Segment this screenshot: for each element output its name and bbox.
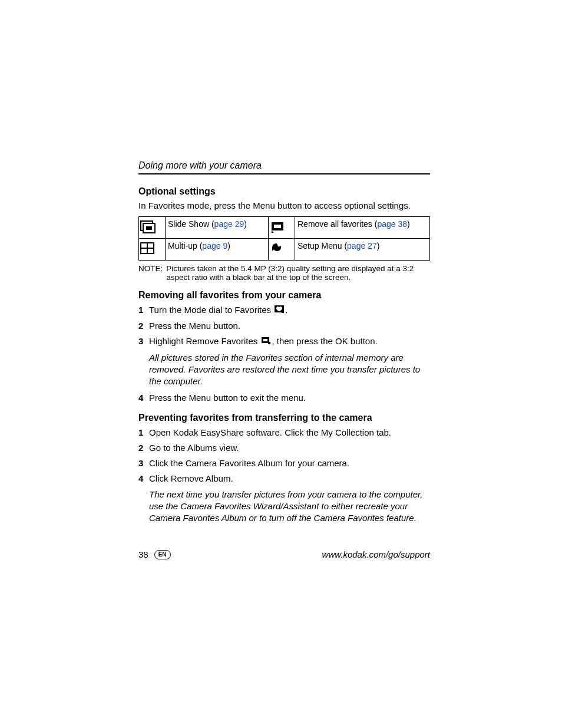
table-row: Slide Show (page 29) Remove all favorite…: [139, 217, 430, 239]
cell-label: Multi-up (: [168, 241, 202, 251]
table-row: Multi-up (page 9) Setup Menu (page 27): [139, 239, 430, 261]
settings-table: Slide Show (page 29) Remove all favorite…: [138, 216, 430, 261]
page-link[interactable]: page 29: [214, 219, 244, 229]
cell-label: Remove all favorites (: [297, 219, 377, 229]
page-number: 38: [138, 549, 148, 559]
step-body: Open Kodak EasyShare software. Click the…: [149, 427, 430, 439]
step-number: 1: [138, 427, 149, 439]
remove-favorites-inline-icon: [261, 336, 270, 348]
step: 1 Turn the Mode dial to Favorites .: [138, 304, 430, 317]
svg-rect-2: [146, 226, 152, 230]
slideshow-cell: Slide Show (page 29): [166, 217, 269, 239]
support-url: www.kodak.com/go/support: [322, 549, 430, 559]
step-body: Click Remove Album.: [149, 473, 430, 485]
step: 1 Open Kodak EasyShare software. Click t…: [138, 427, 430, 439]
step: 2 Go to the Albums view.: [138, 442, 430, 454]
step-note: The next time you transfer pictures from…: [149, 489, 430, 525]
note-body: Pictures taken at the 5.4 MP (3:2) quali…: [166, 264, 430, 282]
step-number: 2: [138, 320, 149, 332]
slideshow-icon: [139, 217, 166, 239]
svg-rect-4: [274, 225, 281, 228]
step-body: Go to the Albums view.: [149, 442, 430, 454]
favorites-icon: [275, 305, 284, 317]
step: 3 Click the Camera Favorites Album for y…: [138, 457, 430, 469]
cell-label: Slide Show (: [168, 219, 214, 229]
multiup-cell: Multi-up (page 9): [166, 239, 269, 261]
step-text: Turn the Mode dial to Favorites: [149, 305, 273, 315]
step-body: Press the Menu button.: [149, 320, 430, 332]
heading-preventing-transfer: Preventing favorites from transferring t…: [138, 413, 430, 423]
page-link[interactable]: page 27: [347, 241, 377, 251]
chapter-title: Doing more with your camera: [138, 160, 430, 174]
cell-label: Setup Menu (: [297, 241, 347, 251]
page-link[interactable]: page 9: [202, 241, 227, 251]
step-body: Highlight Remove Favorites , then press …: [149, 335, 430, 348]
step-note: All pictures stored in the Favorites sec…: [149, 352, 430, 388]
step: 4 Click Remove Album.: [138, 473, 430, 485]
cell-tail: ): [377, 241, 380, 251]
heading-removing-favorites: Removing all favorites from your camera: [138, 290, 430, 301]
step-body: Press the Menu button to exit the menu.: [149, 392, 430, 404]
intro-text: In Favorites mode, press the Menu button…: [138, 200, 430, 210]
step-number: 4: [138, 473, 149, 485]
note-label: NOTE:: [138, 264, 163, 282]
note: NOTE: Pictures taken at the 5.4 MP (3:2)…: [138, 264, 430, 282]
step: 3 Highlight Remove Favorites , then pres…: [138, 335, 430, 348]
svg-marker-5: [272, 230, 274, 233]
page-link[interactable]: page 38: [377, 219, 407, 229]
step-text-tail: , then press the OK button.: [272, 336, 377, 346]
heading-optional-settings: Optional settings: [138, 186, 430, 197]
step: 4 Press the Menu button to exit the menu…: [138, 392, 430, 404]
step-number: 1: [138, 304, 149, 317]
svg-rect-13: [268, 342, 270, 344]
step-number: 3: [138, 457, 149, 469]
cell-tail: ): [407, 219, 410, 229]
step-body: Turn the Mode dial to Favorites .: [149, 304, 430, 317]
svg-rect-10: [282, 311, 284, 313]
page-content: Doing more with your camera Optional set…: [138, 160, 430, 529]
cell-tail: ): [227, 241, 230, 251]
multiup-icon: [139, 239, 166, 261]
step-number: 3: [138, 335, 149, 348]
cell-tail: ): [244, 219, 247, 229]
step-body: Click the Camera Favorites Album for you…: [149, 457, 430, 469]
step: 2 Press the Menu button.: [138, 320, 430, 332]
step-number: 4: [138, 392, 149, 404]
remove-favorites-cell: Remove all favorites (page 38): [295, 217, 430, 239]
page-footer: 38 EN www.kodak.com/go/support: [138, 549, 430, 559]
language-badge: EN: [154, 550, 171, 559]
step-number: 2: [138, 442, 149, 454]
remove-favorites-icon: [269, 217, 295, 239]
step-text: Highlight Remove Favorites: [149, 336, 260, 346]
setup-cell: Setup Menu (page 27): [295, 239, 430, 261]
svg-rect-12: [263, 339, 267, 341]
step-text-tail: .: [285, 305, 287, 315]
setup-icon: [269, 239, 295, 261]
